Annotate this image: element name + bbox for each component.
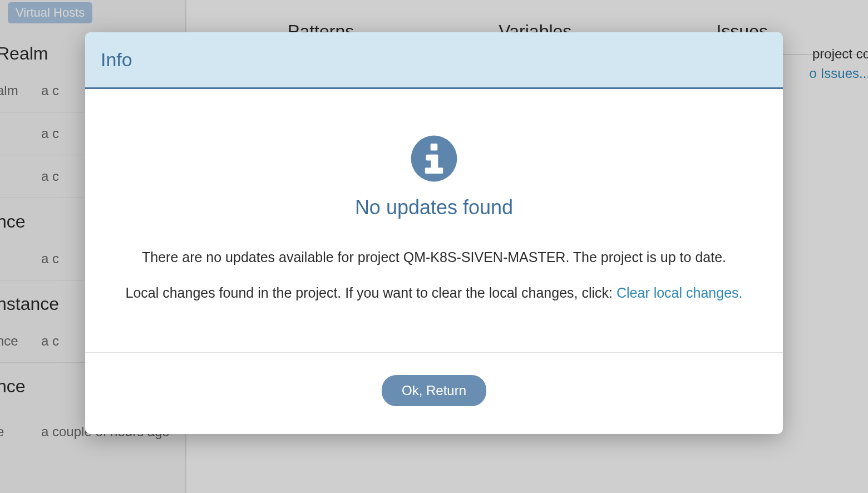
- modal-header: Info: [85, 32, 783, 89]
- svg-rect-4: [425, 167, 443, 174]
- info-icon: [409, 134, 459, 184]
- ok-return-button[interactable]: Ok, Return: [382, 375, 486, 406]
- modal-text-2: Local changes found in the project. If y…: [107, 283, 761, 303]
- modal-text-2-pre: Local changes found in the project. If y…: [126, 285, 617, 300]
- svg-rect-1: [431, 144, 438, 151]
- info-modal: Info No updates found There are no updat…: [85, 32, 783, 434]
- clear-local-changes-link[interactable]: Clear local changes.: [617, 285, 743, 300]
- modal-body: No updates found There are no updates av…: [85, 89, 783, 352]
- modal-text-1: There are no updates available for proje…: [107, 247, 761, 267]
- modal-heading: No updates found: [107, 196, 761, 219]
- modal-overlay: Info No updates found There are no updat…: [0, 0, 868, 493]
- modal-footer: Ok, Return: [85, 352, 783, 434]
- modal-header-title: Info: [101, 49, 767, 71]
